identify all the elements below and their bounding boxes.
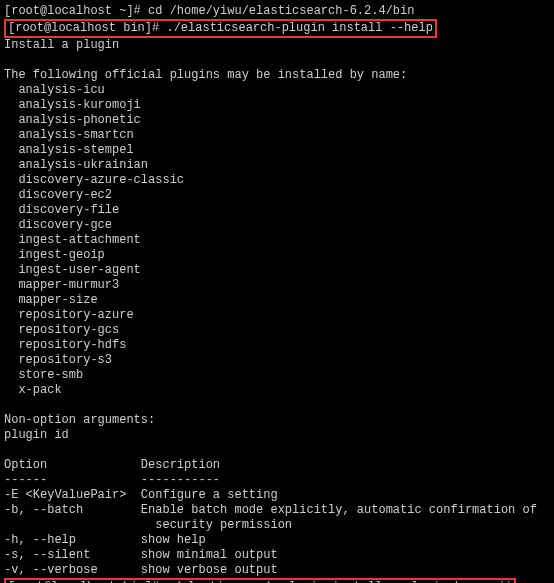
- option-row: -v, --verbose show verbose output: [4, 563, 550, 578]
- option-row: -E <KeyValuePair> Configure a setting: [4, 488, 550, 503]
- plugin-item: ingest-attachment: [4, 233, 550, 248]
- prompt: [root@localhost bin]#: [8, 21, 159, 35]
- prompt: [root@localhost ~]#: [4, 4, 148, 18]
- plugin-item: mapper-size: [4, 293, 550, 308]
- plugin-item: repository-azure: [4, 308, 550, 323]
- plugin-item: store-smb: [4, 368, 550, 383]
- command-cd: cd /home/yiwu/elasticsearch-6.2.4/bin: [148, 4, 414, 18]
- plugin-item: discovery-gce: [4, 218, 550, 233]
- option-row: -s, --silent show minimal output: [4, 548, 550, 563]
- nonopt-arg: plugin id: [4, 428, 550, 443]
- nonopt-header: Non-option arguments:: [4, 413, 550, 428]
- plugin-item: analysis-icu: [4, 83, 550, 98]
- option-row: security permission: [4, 518, 550, 533]
- option-row: -h, --help show help: [4, 533, 550, 548]
- plugin-item: repository-hdfs: [4, 338, 550, 353]
- plugin-item: discovery-ec2: [4, 188, 550, 203]
- option-header: Option Description: [4, 458, 550, 473]
- plugin-item: mapper-murmur3: [4, 278, 550, 293]
- plugin-item: ingest-user-agent: [4, 263, 550, 278]
- plugin-item: repository-s3: [4, 353, 550, 368]
- plugin-item: discovery-file: [4, 203, 550, 218]
- plugin-item: x-pack: [4, 383, 550, 398]
- highlight-install-command: [root@localhost bin]# ./elasticsearch-pl…: [4, 578, 516, 583]
- plugin-item: analysis-ukrainian: [4, 158, 550, 173]
- plugin-item: analysis-smartcn: [4, 128, 550, 143]
- option-row: -b, --batch Enable batch mode explicitly…: [4, 503, 550, 518]
- plugin-item: repository-gcs: [4, 323, 550, 338]
- plugin-item: analysis-phonetic: [4, 113, 550, 128]
- install-title: Install a plugin: [4, 38, 550, 53]
- plugin-item: discovery-azure-classic: [4, 173, 550, 188]
- plugin-item: analysis-stempel: [4, 143, 550, 158]
- plugins-header: The following official plugins may be in…: [4, 68, 550, 83]
- highlight-help-command: [root@localhost bin]# ./elasticsearch-pl…: [4, 19, 437, 38]
- plugin-item: analysis-kuromoji: [4, 98, 550, 113]
- option-separator: ------ -----------: [4, 473, 550, 488]
- plugin-item: ingest-geoip: [4, 248, 550, 263]
- command-help: ./elasticsearch-plugin install --help: [159, 21, 433, 35]
